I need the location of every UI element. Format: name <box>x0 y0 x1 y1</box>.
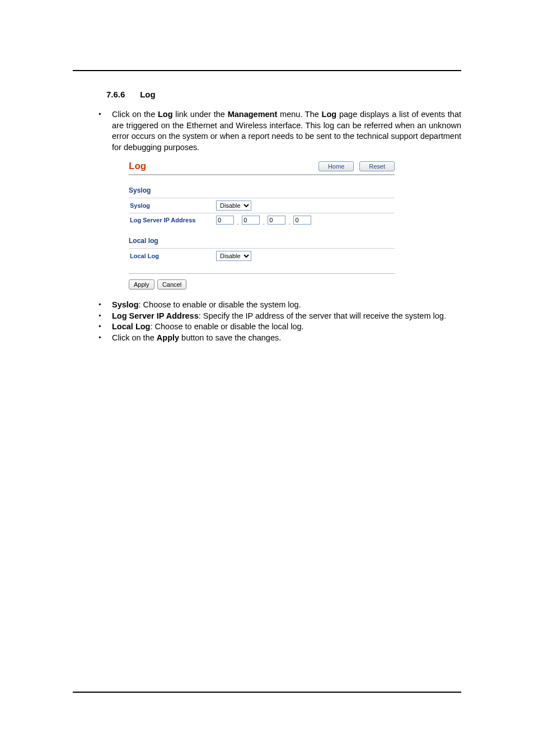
syslog-value-cell: Disable <box>215 198 395 213</box>
ip-label: Log Server IP Address <box>129 213 215 227</box>
section-number: 7.6.6 <box>106 90 138 99</box>
syslog-label: Syslog <box>129 198 215 213</box>
intro-pre: Click on the <box>112 110 158 119</box>
bottom-rule <box>73 692 461 693</box>
apply-button[interactable]: Apply <box>129 279 154 290</box>
panel-header: Log Home Reset <box>129 161 395 175</box>
ip-octet-3[interactable] <box>268 216 285 225</box>
ip-octet-1[interactable] <box>216 216 234 225</box>
syslog-select[interactable]: Disable <box>216 200 251 211</box>
intro-mid1: link under the <box>173 110 228 119</box>
note-apply-pre: Click on the <box>112 333 157 342</box>
local-log-section-heading: Local log <box>129 237 395 245</box>
note-ip-term: Log Server IP Address <box>112 311 199 320</box>
note-apply: Click on the Apply button to save the ch… <box>95 333 461 344</box>
note-apply-text: button to save the changes. <box>179 333 281 342</box>
local-log-value-cell: Disable <box>215 249 395 264</box>
cancel-button[interactable]: Cancel <box>157 279 186 290</box>
intro-list: Click on the Log link under the Manageme… <box>95 109 461 153</box>
local-log-label: Local Log <box>129 249 215 264</box>
ip-dot-icon: . <box>261 219 266 226</box>
intro-link: Log <box>158 110 173 119</box>
note-syslog-term: Syslog <box>112 300 139 309</box>
ip-row: Log Server IP Address . . . <box>129 213 395 227</box>
note-local: Local Log: Choose to enable or disable t… <box>95 321 461 333</box>
local-log-select[interactable]: Disable <box>216 251 251 261</box>
note-ip: Log Server IP Address: Specify the IP ad… <box>95 311 461 322</box>
note-ip-text: : Specify the IP address of the server t… <box>199 311 446 320</box>
note-syslog: Syslog: Choose to enable or disable the … <box>95 300 461 311</box>
syslog-table: Syslog Disable Log Server IP Address . . <box>129 198 395 227</box>
local-log-row: Local Log Disable <box>129 249 395 264</box>
notes-list: Syslog: Choose to enable or disable the … <box>95 300 461 343</box>
content: 7.6.6 Log Click on the Log link under th… <box>73 67 461 344</box>
note-syslog-text: : Choose to enable or disable the system… <box>139 300 301 309</box>
section-title: Log <box>140 90 156 99</box>
intro-menu: Management <box>228 110 278 119</box>
intro-page: Log <box>322 110 337 119</box>
intro-bullet: Click on the Log link under the Manageme… <box>95 109 461 153</box>
home-button[interactable]: Home <box>318 161 354 171</box>
intro-mid2: menu. The <box>277 110 321 119</box>
syslog-section-heading: Syslog <box>129 186 395 194</box>
note-local-text: : Choose to enable or disable the local … <box>150 322 303 331</box>
ip-value-cell: . . . <box>215 213 395 227</box>
local-log-table: Local Log Disable <box>129 248 395 263</box>
ip-dot-icon: . <box>287 219 292 226</box>
ip-octet-4[interactable] <box>293 216 311 225</box>
panel-title: Log <box>129 161 313 172</box>
page: 7.6.6 Log Click on the Log link under th… <box>0 0 534 756</box>
log-panel: Log Home Reset Syslog Syslog Disable Log… <box>129 161 395 290</box>
note-local-term: Local Log <box>112 322 150 331</box>
panel-divider <box>129 273 395 274</box>
section-heading: 7.6.6 Log <box>106 90 461 99</box>
ip-octet-2[interactable] <box>242 216 260 225</box>
reset-button[interactable]: Reset <box>359 161 395 171</box>
ip-dot-icon: . <box>236 219 240 226</box>
syslog-row: Syslog Disable <box>129 198 395 213</box>
note-apply-term: Apply <box>157 333 179 342</box>
